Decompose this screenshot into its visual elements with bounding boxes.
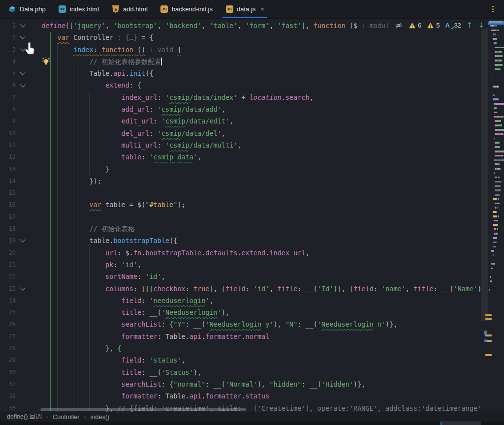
minimap-mark (490, 276, 491, 278)
line-number[interactable]: 20 (0, 247, 16, 259)
next-highlight-arrow-icon[interactable]: ↓ (478, 22, 484, 29)
line-number[interactable]: 12 (0, 151, 16, 163)
code-line: 8 add_url: 'csmip/data/add', (0, 103, 504, 115)
line-number[interactable]: 2 (0, 31, 16, 43)
code-line: 27 formatter: Table.api.formatter.normal (0, 331, 504, 342)
breadcrumb-item[interactable]: Controller (53, 414, 79, 421)
inspection-widget[interactable]: 6 5 A✓ 32 ↑ ↓ (388, 19, 488, 31)
line-number[interactable]: 30 (0, 366, 16, 378)
vertical-scrollbar-thumb[interactable] (481, 29, 488, 321)
minimap-mark (499, 142, 499, 144)
code-text: // 初始化表格参数配置 (41, 56, 162, 67)
code-minimap[interactable] (488, 19, 504, 412)
code-text: add_url: 'csmip/data/add', (41, 103, 225, 115)
fold-column (16, 91, 30, 103)
tab-data-php[interactable]: Data.php (2, 0, 52, 18)
minimap-mark (494, 237, 497, 239)
minimap-mark (493, 263, 495, 265)
line-number[interactable]: 23 (0, 283, 16, 295)
code-line: 26 searchList: {"Y": __('Needuserlogin y… (0, 318, 504, 330)
fold-chevron-icon[interactable] (20, 70, 25, 75)
code-editor[interactable]: 1define(['jquery', 'bootstrap', 'backend… (0, 19, 504, 412)
minimap-mark (493, 215, 498, 217)
line-number[interactable]: 11 (0, 139, 16, 151)
line-number[interactable]: 19 (0, 235, 16, 246)
line-number[interactable]: 14 (0, 175, 16, 187)
line-number[interactable]: 8 (0, 103, 16, 115)
minimap-mark (490, 280, 492, 282)
breadcrumb-item[interactable]: index() (91, 414, 109, 421)
line-number[interactable]: 7 (0, 91, 16, 103)
code-line: 32 formatter: Table.api.formatter.status (0, 390, 504, 402)
fold-column (16, 199, 30, 211)
tab-label: index.html (70, 5, 99, 13)
line-number[interactable]: 33 (0, 402, 16, 413)
line-number[interactable]: 28 (0, 342, 16, 354)
line-number[interactable]: 22 (0, 271, 16, 282)
typo-icon: A✓ (445, 22, 452, 29)
breadcrumb-item[interactable]: define() 回调 (7, 413, 42, 421)
line-number[interactable]: 16 (0, 199, 16, 211)
intention-lightbulb-icon[interactable] (42, 57, 50, 68)
line-number[interactable]: 31 (0, 378, 16, 390)
fold-column (16, 187, 30, 199)
tab-data-js[interactable]: JSdata.js× (219, 0, 271, 18)
fold-column (16, 378, 30, 390)
minimap-mark (493, 242, 497, 243)
fold-chevron-icon[interactable] (20, 285, 25, 290)
line-number[interactable]: 15 (0, 187, 16, 199)
line-number[interactable]: 26 (0, 318, 16, 330)
code-line: 2 var Controller : {…} = { (0, 31, 504, 43)
fold-column (16, 271, 30, 282)
tab-close-icon[interactable]: × (260, 6, 264, 12)
more-options-kebab-icon[interactable] (489, 4, 496, 14)
warning-stripe-mark[interactable] (485, 354, 492, 356)
code-line: 25 title: __('Needuserlogin'), (0, 306, 504, 318)
previous-highlight-arrow-icon[interactable]: ↑ (467, 22, 473, 29)
line-number[interactable]: 10 (0, 127, 16, 139)
line-number[interactable]: 27 (0, 331, 16, 342)
tab-label: add.html (123, 5, 148, 13)
line-number[interactable]: 5 (0, 67, 16, 79)
fold-column (16, 331, 30, 342)
warning-stripe-mark[interactable] (485, 314, 492, 316)
line-number[interactable]: 9 (0, 115, 16, 127)
line-number[interactable]: 25 (0, 306, 16, 318)
line-number[interactable]: 1 (0, 20, 16, 31)
fold-chevron-icon[interactable] (20, 22, 25, 27)
tab-label: data.js (237, 5, 255, 13)
line-number[interactable]: 18 (0, 223, 16, 235)
fold-column (16, 67, 30, 79)
minimap-mark (495, 203, 497, 205)
code-line: 17 (0, 211, 504, 223)
fold-chevron-icon[interactable] (20, 34, 25, 39)
line-number[interactable]: 4 (0, 56, 16, 67)
line-number[interactable]: 24 (0, 295, 16, 306)
code-line: 10 del_url: 'csmip/data/del', (0, 127, 504, 139)
typo-count[interactable]: 32 (454, 22, 461, 29)
code-line: 7 index_url: 'csmip/data/index' + locati… (0, 91, 504, 103)
breadcrumb: define() 回调›Controller›index() (0, 412, 504, 422)
tab-backend-init-js[interactable]: JSbackend-init.js (154, 0, 219, 18)
line-number[interactable]: 21 (0, 259, 16, 271)
fold-column (16, 139, 30, 151)
minimap-mark (495, 207, 496, 209)
warning-stripe-mark[interactable] (485, 318, 492, 320)
fold-chevron-icon[interactable] (20, 82, 25, 87)
line-number[interactable]: 6 (0, 79, 16, 91)
line-number[interactable]: 29 (0, 354, 16, 366)
line-number[interactable]: 32 (0, 390, 16, 402)
tab-index-html[interactable]: <>index.html (52, 0, 105, 18)
weak-warning-count[interactable]: 5 (436, 22, 440, 29)
horizontal-scrollbar-thumb[interactable] (40, 408, 246, 411)
code-text: table.bootstrapTable({ (41, 235, 177, 246)
fold-column (16, 366, 30, 378)
line-number[interactable]: 17 (0, 211, 16, 223)
line-number[interactable]: 3 (0, 44, 16, 56)
fold-chevron-icon[interactable] (20, 237, 25, 243)
line-number[interactable]: 13 (0, 163, 16, 175)
code-line: 20 url: $.fn.bootstrapTable.defaults.ext… (0, 247, 504, 259)
tab-add-html[interactable]: 5add.html (105, 0, 154, 18)
highlight-off-eye-icon[interactable] (394, 22, 403, 30)
warning-count[interactable]: 6 (418, 22, 421, 29)
